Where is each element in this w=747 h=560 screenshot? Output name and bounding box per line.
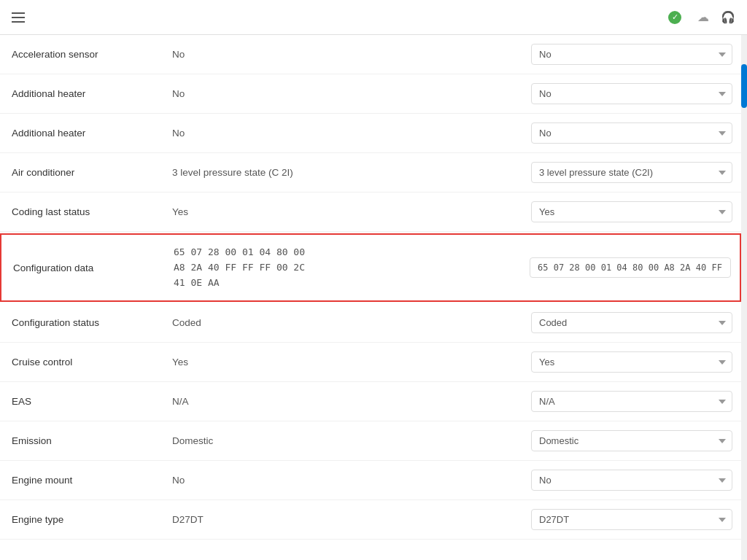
row-value: D27DT [160, 500, 522, 539]
table-row: Acceleration sensorNoNoYes [0, 35, 741, 74]
scrollbar-thumb[interactable] [741, 64, 747, 108]
status-indicator [668, 11, 686, 24]
row-dropdown-container: D27DT [522, 500, 741, 539]
table-row: Additional heaterNoNoYes [0, 74, 741, 114]
row-label: Air conditioner [0, 153, 160, 192]
row-label: Cruise control [0, 343, 160, 381]
row-dropdown-container [521, 235, 740, 300]
data-table: Acceleration sensorNoNoYesAdditional hea… [0, 35, 741, 560]
row-dropdown-container: N/AYesNo [522, 382, 741, 421]
table-row: Configuration data65 07 28 00 01 04 80 0… [0, 233, 741, 302]
row-label: Coding last status [0, 192, 160, 231]
row-select[interactable]: NoYes [531, 44, 732, 65]
row-dropdown-container: NoYes [522, 114, 741, 152]
table-row: Engine mountNoNoYes [0, 461, 741, 500]
menu-icon[interactable] [12, 12, 25, 23]
row-label: Acceleration sensor [0, 35, 160, 74]
row-label: Configuration status [0, 303, 160, 342]
row-label: EAS [0, 382, 160, 421]
table-row: Air conditioner3 level pressure state (C… [0, 153, 741, 192]
row-value: No [160, 74, 522, 113]
table-row: Cruise controlYesYesNo [0, 343, 741, 382]
row-dropdown-container: 3 level pressure state (C2I)NoYes [522, 153, 741, 192]
row-value: 65 07 28 00 01 04 80 00A8 2A 40 FF FF FF… [162, 235, 521, 300]
row-value: N/A [160, 382, 522, 421]
row-value: No [160, 114, 522, 152]
row-dropdown-container: DomesticExport [522, 421, 741, 460]
row-dropdown-container: NoYes [522, 461, 741, 499]
row-value: Yes [160, 192, 522, 231]
table-row: Engine typeD27DTD27DT [0, 500, 741, 540]
row-value: Domestic [160, 421, 522, 460]
row-select[interactable]: D27DT [531, 509, 732, 530]
row-select[interactable]: DomesticExport [531, 430, 732, 451]
row-value: No [160, 35, 522, 74]
row-select[interactable]: N/AYesNo [531, 391, 732, 412]
row-select[interactable]: 3 level pressure state (C2I)NoYes [531, 162, 732, 183]
row-value: 3 level pressure state (C 2I) [160, 153, 522, 192]
row-select[interactable]: NoYes [531, 470, 732, 491]
config-data-input[interactable] [530, 257, 731, 278]
scrollbar-track[interactable] [741, 35, 747, 560]
row-label: Configuration data [1, 235, 162, 300]
row-select[interactable]: YesNo [531, 201, 732, 222]
header-left [12, 12, 34, 23]
table-row: Additional heaterNoNoYes [0, 114, 741, 153]
row-dropdown-container: YesNo [522, 192, 741, 231]
row-label: Engine type [0, 500, 160, 539]
table-row: Coding last statusYesYesNo [0, 192, 741, 232]
row-dropdown-container: YesNo [522, 343, 741, 381]
row-label: Additional heater [0, 74, 160, 113]
main-content: Acceleration sensorNoNoYesAdditional hea… [0, 35, 747, 560]
row-label: Additional heater [0, 114, 160, 152]
table-row: EmissionDomesticDomesticExport [0, 421, 741, 461]
row-select[interactable]: CodedNot coded [531, 312, 732, 333]
row-value: Yes [160, 343, 522, 381]
row-label: Emission [0, 421, 160, 460]
row-value: Coded [160, 303, 522, 342]
headphone-icon[interactable]: 🎧 [721, 10, 735, 24]
row-select[interactable]: YesNo [531, 351, 732, 373]
app-header: ☁ 🎧 [0, 0, 747, 35]
table-row: EASN/AN/AYesNo [0, 382, 741, 421]
row-dropdown-container: CodedNot coded [522, 303, 741, 342]
cloud-icon[interactable]: ☁ [697, 10, 709, 24]
row-value: No [160, 461, 522, 499]
row-dropdown-container: NoYes [522, 74, 741, 113]
row-dropdown-container: NoYes [522, 35, 741, 74]
check-icon [668, 11, 681, 24]
table-row: Configuration statusCodedCodedNot coded [0, 303, 741, 343]
row-select[interactable]: NoYes [531, 122, 732, 144]
row-label: Engine mount [0, 461, 160, 499]
header-right: ☁ 🎧 [668, 10, 735, 24]
row-select[interactable]: NoYes [531, 83, 732, 104]
